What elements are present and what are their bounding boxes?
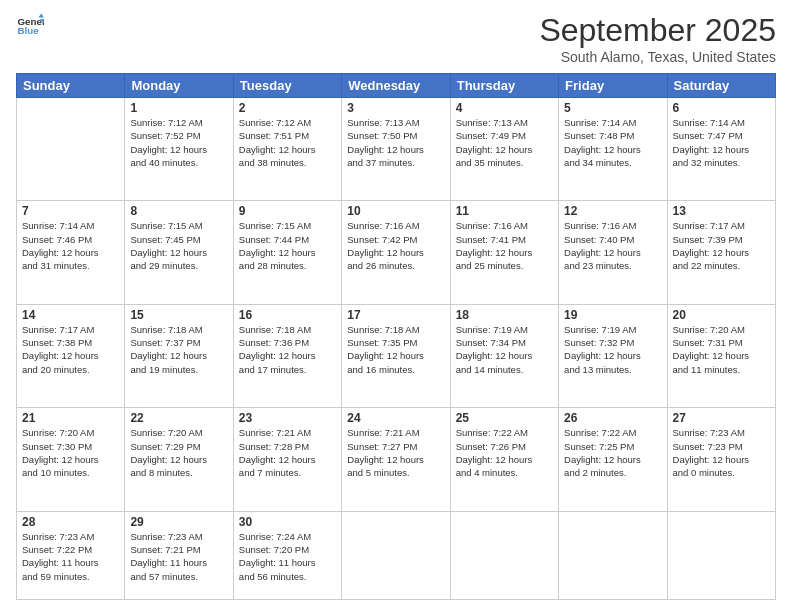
day-info: Sunrise: 7:16 AM Sunset: 7:40 PM Dayligh… bbox=[564, 219, 661, 272]
col-saturday: Saturday bbox=[667, 74, 775, 98]
calendar-table: Sunday Monday Tuesday Wednesday Thursday… bbox=[16, 73, 776, 600]
table-row: 18Sunrise: 7:19 AM Sunset: 7:34 PM Dayli… bbox=[450, 304, 558, 407]
table-row: 16Sunrise: 7:18 AM Sunset: 7:36 PM Dayli… bbox=[233, 304, 341, 407]
col-sunday: Sunday bbox=[17, 74, 125, 98]
day-number: 30 bbox=[239, 515, 336, 529]
logo: General Blue bbox=[16, 12, 44, 40]
day-info: Sunrise: 7:14 AM Sunset: 7:48 PM Dayligh… bbox=[564, 116, 661, 169]
day-info: Sunrise: 7:20 AM Sunset: 7:31 PM Dayligh… bbox=[673, 323, 770, 376]
day-number: 26 bbox=[564, 411, 661, 425]
day-info: Sunrise: 7:21 AM Sunset: 7:27 PM Dayligh… bbox=[347, 426, 444, 479]
day-info: Sunrise: 7:13 AM Sunset: 7:49 PM Dayligh… bbox=[456, 116, 553, 169]
day-info: Sunrise: 7:18 AM Sunset: 7:36 PM Dayligh… bbox=[239, 323, 336, 376]
logo-icon: General Blue bbox=[16, 12, 44, 40]
table-row bbox=[17, 98, 125, 201]
table-row bbox=[450, 511, 558, 599]
day-number: 10 bbox=[347, 204, 444, 218]
table-row: 23Sunrise: 7:21 AM Sunset: 7:28 PM Dayli… bbox=[233, 408, 341, 511]
day-info: Sunrise: 7:14 AM Sunset: 7:46 PM Dayligh… bbox=[22, 219, 119, 272]
day-info: Sunrise: 7:13 AM Sunset: 7:50 PM Dayligh… bbox=[347, 116, 444, 169]
table-row: 20Sunrise: 7:20 AM Sunset: 7:31 PM Dayli… bbox=[667, 304, 775, 407]
day-number: 19 bbox=[564, 308, 661, 322]
table-row: 22Sunrise: 7:20 AM Sunset: 7:29 PM Dayli… bbox=[125, 408, 233, 511]
day-info: Sunrise: 7:18 AM Sunset: 7:37 PM Dayligh… bbox=[130, 323, 227, 376]
day-number: 24 bbox=[347, 411, 444, 425]
main-title: September 2025 bbox=[539, 12, 776, 49]
day-info: Sunrise: 7:16 AM Sunset: 7:41 PM Dayligh… bbox=[456, 219, 553, 272]
table-row: 29Sunrise: 7:23 AM Sunset: 7:21 PM Dayli… bbox=[125, 511, 233, 599]
table-row: 6Sunrise: 7:14 AM Sunset: 7:47 PM Daylig… bbox=[667, 98, 775, 201]
day-info: Sunrise: 7:12 AM Sunset: 7:51 PM Dayligh… bbox=[239, 116, 336, 169]
day-number: 22 bbox=[130, 411, 227, 425]
day-number: 14 bbox=[22, 308, 119, 322]
table-row: 5Sunrise: 7:14 AM Sunset: 7:48 PM Daylig… bbox=[559, 98, 667, 201]
day-number: 4 bbox=[456, 101, 553, 115]
table-row: 25Sunrise: 7:22 AM Sunset: 7:26 PM Dayli… bbox=[450, 408, 558, 511]
day-number: 28 bbox=[22, 515, 119, 529]
col-tuesday: Tuesday bbox=[233, 74, 341, 98]
day-info: Sunrise: 7:22 AM Sunset: 7:26 PM Dayligh… bbox=[456, 426, 553, 479]
col-wednesday: Wednesday bbox=[342, 74, 450, 98]
table-row: 4Sunrise: 7:13 AM Sunset: 7:49 PM Daylig… bbox=[450, 98, 558, 201]
table-row bbox=[342, 511, 450, 599]
day-number: 20 bbox=[673, 308, 770, 322]
day-number: 5 bbox=[564, 101, 661, 115]
table-row: 7Sunrise: 7:14 AM Sunset: 7:46 PM Daylig… bbox=[17, 201, 125, 304]
day-info: Sunrise: 7:22 AM Sunset: 7:25 PM Dayligh… bbox=[564, 426, 661, 479]
title-block: September 2025 South Alamo, Texas, Unite… bbox=[539, 12, 776, 65]
table-row: 15Sunrise: 7:18 AM Sunset: 7:37 PM Dayli… bbox=[125, 304, 233, 407]
table-row: 12Sunrise: 7:16 AM Sunset: 7:40 PM Dayli… bbox=[559, 201, 667, 304]
day-info: Sunrise: 7:20 AM Sunset: 7:30 PM Dayligh… bbox=[22, 426, 119, 479]
table-row: 28Sunrise: 7:23 AM Sunset: 7:22 PM Dayli… bbox=[17, 511, 125, 599]
col-friday: Friday bbox=[559, 74, 667, 98]
day-info: Sunrise: 7:19 AM Sunset: 7:32 PM Dayligh… bbox=[564, 323, 661, 376]
day-number: 18 bbox=[456, 308, 553, 322]
day-info: Sunrise: 7:21 AM Sunset: 7:28 PM Dayligh… bbox=[239, 426, 336, 479]
table-row: 30Sunrise: 7:24 AM Sunset: 7:20 PM Dayli… bbox=[233, 511, 341, 599]
header: General Blue September 2025 South Alamo,… bbox=[16, 12, 776, 65]
day-number: 8 bbox=[130, 204, 227, 218]
day-number: 7 bbox=[22, 204, 119, 218]
table-row: 17Sunrise: 7:18 AM Sunset: 7:35 PM Dayli… bbox=[342, 304, 450, 407]
day-number: 21 bbox=[22, 411, 119, 425]
table-row: 13Sunrise: 7:17 AM Sunset: 7:39 PM Dayli… bbox=[667, 201, 775, 304]
day-info: Sunrise: 7:15 AM Sunset: 7:45 PM Dayligh… bbox=[130, 219, 227, 272]
day-info: Sunrise: 7:20 AM Sunset: 7:29 PM Dayligh… bbox=[130, 426, 227, 479]
table-row: 10Sunrise: 7:16 AM Sunset: 7:42 PM Dayli… bbox=[342, 201, 450, 304]
day-info: Sunrise: 7:23 AM Sunset: 7:21 PM Dayligh… bbox=[130, 530, 227, 583]
day-number: 2 bbox=[239, 101, 336, 115]
day-info: Sunrise: 7:15 AM Sunset: 7:44 PM Dayligh… bbox=[239, 219, 336, 272]
day-number: 29 bbox=[130, 515, 227, 529]
day-number: 25 bbox=[456, 411, 553, 425]
table-row: 1Sunrise: 7:12 AM Sunset: 7:52 PM Daylig… bbox=[125, 98, 233, 201]
day-number: 6 bbox=[673, 101, 770, 115]
table-row: 24Sunrise: 7:21 AM Sunset: 7:27 PM Dayli… bbox=[342, 408, 450, 511]
day-number: 3 bbox=[347, 101, 444, 115]
day-number: 9 bbox=[239, 204, 336, 218]
day-info: Sunrise: 7:17 AM Sunset: 7:39 PM Dayligh… bbox=[673, 219, 770, 272]
table-row: 11Sunrise: 7:16 AM Sunset: 7:41 PM Dayli… bbox=[450, 201, 558, 304]
day-info: Sunrise: 7:23 AM Sunset: 7:23 PM Dayligh… bbox=[673, 426, 770, 479]
col-thursday: Thursday bbox=[450, 74, 558, 98]
page: General Blue September 2025 South Alamo,… bbox=[0, 0, 792, 612]
calendar-header-row: Sunday Monday Tuesday Wednesday Thursday… bbox=[17, 74, 776, 98]
day-info: Sunrise: 7:24 AM Sunset: 7:20 PM Dayligh… bbox=[239, 530, 336, 583]
day-info: Sunrise: 7:18 AM Sunset: 7:35 PM Dayligh… bbox=[347, 323, 444, 376]
day-number: 23 bbox=[239, 411, 336, 425]
day-info: Sunrise: 7:17 AM Sunset: 7:38 PM Dayligh… bbox=[22, 323, 119, 376]
table-row: 19Sunrise: 7:19 AM Sunset: 7:32 PM Dayli… bbox=[559, 304, 667, 407]
day-info: Sunrise: 7:12 AM Sunset: 7:52 PM Dayligh… bbox=[130, 116, 227, 169]
table-row: 27Sunrise: 7:23 AM Sunset: 7:23 PM Dayli… bbox=[667, 408, 775, 511]
subtitle: South Alamo, Texas, United States bbox=[539, 49, 776, 65]
table-row bbox=[559, 511, 667, 599]
svg-text:Blue: Blue bbox=[17, 25, 39, 36]
day-number: 27 bbox=[673, 411, 770, 425]
table-row: 3Sunrise: 7:13 AM Sunset: 7:50 PM Daylig… bbox=[342, 98, 450, 201]
table-row: 2Sunrise: 7:12 AM Sunset: 7:51 PM Daylig… bbox=[233, 98, 341, 201]
day-number: 1 bbox=[130, 101, 227, 115]
table-row: 9Sunrise: 7:15 AM Sunset: 7:44 PM Daylig… bbox=[233, 201, 341, 304]
table-row: 8Sunrise: 7:15 AM Sunset: 7:45 PM Daylig… bbox=[125, 201, 233, 304]
day-number: 11 bbox=[456, 204, 553, 218]
day-info: Sunrise: 7:14 AM Sunset: 7:47 PM Dayligh… bbox=[673, 116, 770, 169]
day-number: 13 bbox=[673, 204, 770, 218]
